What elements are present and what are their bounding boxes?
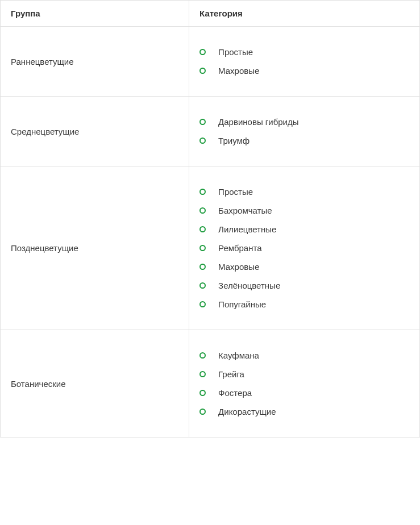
category-list: ПростыеБахромчатыеЛилиецветныеРембрантаМ…	[199, 182, 409, 314]
list-item-label: Кауфмана	[218, 351, 259, 360]
list-item-label: Махровые	[218, 66, 259, 76]
list-item-label: Бахромчатые	[218, 206, 272, 215]
list-item: Грейга	[199, 365, 409, 384]
list-item-label: Простые	[218, 187, 253, 197]
circle-bullet-icon	[199, 49, 206, 55]
list-item: Попугайные	[199, 295, 409, 314]
circle-bullet-icon	[199, 189, 206, 195]
category-cell: ПростыеМахровые	[189, 27, 420, 97]
circle-bullet-icon	[199, 352, 206, 359]
circle-bullet-icon	[199, 226, 206, 232]
list-item-label: Триумф	[218, 136, 249, 145]
circle-bullet-icon	[199, 301, 206, 307]
table-row: ПозднецветущиеПростыеБахромчатыеЛилиецве…	[1, 166, 420, 330]
category-cell: ПростыеБахромчатыеЛилиецветныеРембрантаМ…	[189, 166, 420, 330]
list-item-label: Попугайные	[218, 299, 266, 309]
header-group: Группа	[1, 1, 189, 27]
list-item: Махровые	[199, 61, 409, 80]
list-item-label: Дикорастущие	[218, 407, 276, 416]
list-item: Триумф	[199, 131, 409, 150]
category-cell: Дарвиновы гибридыТриумф	[189, 97, 420, 166]
list-item: Дикорастущие	[199, 402, 409, 421]
group-cell: Позднецветущие	[1, 166, 189, 330]
table-row: РаннецветущиеПростыеМахровые	[1, 27, 420, 97]
circle-bullet-icon	[199, 138, 206, 144]
list-item: Фостера	[199, 384, 409, 402]
list-item-label: Зелёноцветные	[218, 281, 280, 290]
category-list: КауфманаГрейгаФостераДикорастущие	[199, 346, 409, 421]
list-item: Рембранта	[199, 239, 409, 257]
list-item-label: Рембранта	[218, 243, 261, 253]
header-category: Категория	[189, 1, 420, 27]
group-cell: Ботанические	[1, 330, 189, 438]
table-header-row: Группа Категория	[1, 1, 420, 27]
circle-bullet-icon	[199, 371, 206, 377]
circle-bullet-icon	[199, 207, 206, 214]
category-list: Дарвиновы гибридыТриумф	[199, 113, 409, 150]
circle-bullet-icon	[199, 264, 206, 270]
circle-bullet-icon	[199, 68, 206, 74]
category-cell: КауфманаГрейгаФостераДикорастущие	[189, 330, 420, 438]
list-item: Лилиецветные	[199, 220, 409, 239]
circle-bullet-icon	[199, 390, 206, 396]
group-cell: Среднецветущие	[1, 97, 189, 166]
list-item: Зелёноцветные	[199, 276, 409, 295]
list-item: Простые	[199, 43, 409, 61]
list-item: Махровые	[199, 257, 409, 276]
list-item: Кауфмана	[199, 346, 409, 365]
classification-table: Группа Категория РаннецветущиеПростыеМах…	[0, 0, 420, 438]
list-item: Дарвиновы гибриды	[199, 113, 409, 131]
list-item: Бахромчатые	[199, 201, 409, 220]
list-item-label: Грейга	[218, 369, 244, 379]
group-cell: Раннецветущие	[1, 27, 189, 97]
circle-bullet-icon	[199, 409, 206, 415]
list-item: Простые	[199, 182, 409, 201]
table-row: СреднецветущиеДарвиновы гибридыТриумф	[1, 97, 420, 166]
circle-bullet-icon	[199, 119, 206, 125]
circle-bullet-icon	[199, 245, 206, 251]
list-item-label: Дарвиновы гибриды	[218, 117, 298, 127]
list-item-label: Фостера	[218, 388, 252, 398]
list-item-label: Простые	[218, 47, 253, 57]
table-row: БотаническиеКауфманаГрейгаФостераДикорас…	[1, 330, 420, 438]
category-list: ПростыеМахровые	[199, 43, 409, 80]
circle-bullet-icon	[199, 282, 206, 289]
list-item-label: Махровые	[218, 262, 259, 272]
list-item-label: Лилиецветные	[218, 224, 276, 234]
